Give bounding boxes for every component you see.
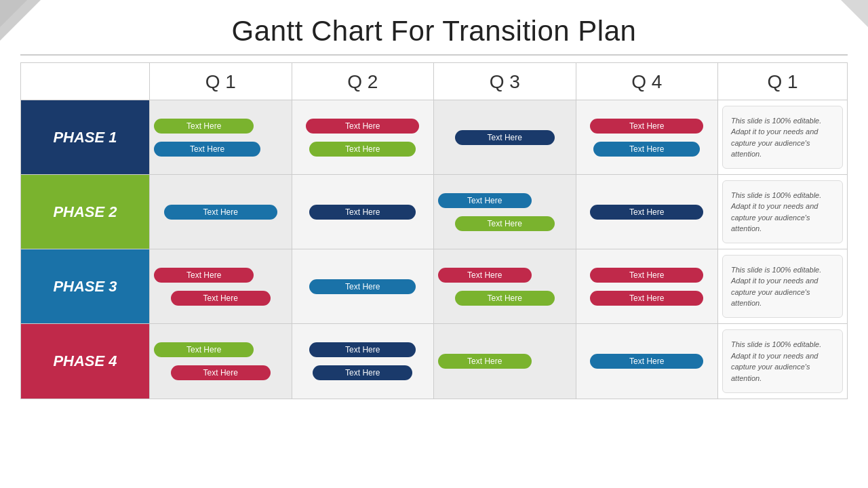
- header-q1-next: Q 1: [718, 63, 847, 100]
- bar-3-q2-0: Text Here: [309, 279, 416, 294]
- bar-4-q1-1: Text Here: [171, 365, 271, 380]
- bar-4-q4-0: Text Here: [590, 354, 703, 369]
- title-divider: [20, 54, 848, 56]
- svg-marker-2: [841, 0, 868, 27]
- phase-row-3: PHASE 3Text HereText HereText HereText H…: [21, 249, 847, 324]
- bar-2-q3-1: Text Here: [455, 216, 555, 231]
- phase-row-2: PHASE 2Text HereText HereText HereText H…: [21, 175, 847, 249]
- phase-label-3: PHASE 3: [21, 249, 150, 323]
- phases-container: PHASE 1Text HereText HereText HereText H…: [21, 100, 847, 399]
- phase-3-q2: Text Here: [292, 249, 435, 323]
- gantt-chart: Q 1 Q 2 Q 3 Q 4 Q 1 PHASE 1Text HereText…: [20, 62, 848, 399]
- bar-1-q3-0: Text Here: [455, 130, 555, 145]
- bar-1-q2-0: Text Here: [306, 119, 419, 134]
- bar-3-q1-1: Text Here: [171, 291, 271, 306]
- corner-decoration-tl: [0, 0, 41, 41]
- phase-1-q3: Text Here: [434, 100, 576, 174]
- phase-2-q1: Text Here: [150, 175, 292, 249]
- bar-1-q1-0: Text Here: [154, 119, 254, 134]
- bar-1-q4-1: Text Here: [593, 142, 700, 157]
- phase-2-q4: Text Here: [576, 175, 719, 249]
- bar-4-q2-0: Text Here: [309, 342, 416, 357]
- bar-1-q4-0: Text Here: [590, 119, 703, 134]
- bar-2-q4-0: Text Here: [590, 205, 703, 220]
- phase-label-4: PHASE 4: [21, 324, 150, 399]
- phase-2-q2: Text Here: [292, 175, 435, 249]
- bar-2-q1-0: Text Here: [164, 205, 277, 220]
- header-q2: Q 2: [292, 63, 435, 100]
- header-q3: Q 3: [434, 63, 576, 100]
- phase-4-q4: Text Here: [576, 324, 719, 399]
- bar-3-q4-1: Text Here: [590, 291, 703, 306]
- bar-4-q3-0: Text Here: [438, 354, 532, 369]
- slide-title: Gantt Chart For Transition Plan: [0, 0, 868, 54]
- phase-2-q3: Text HereText Here: [434, 175, 576, 249]
- bar-3-q3-1: Text Here: [455, 291, 555, 306]
- bar-2-q2-0: Text Here: [309, 205, 416, 220]
- note-4: This slide is 100% editable. Adapt it to…: [722, 329, 843, 393]
- bar-2-q3-0: Text Here: [438, 193, 532, 208]
- bar-3-q4-0: Text Here: [590, 268, 703, 283]
- phase-1-q2: Text HereText Here: [292, 100, 435, 174]
- note-3: This slide is 100% editable. Adapt it to…: [722, 255, 843, 318]
- bar-4-q1-0: Text Here: [154, 342, 254, 357]
- note-2: This slide is 100% editable. Adapt it to…: [722, 180, 843, 243]
- phase-3-q4: Text HereText Here: [576, 249, 719, 323]
- bar-4-q2-1: Text Here: [313, 365, 412, 380]
- slide: Gantt Chart For Transition Plan Q 1 Q 2 …: [0, 0, 868, 488]
- bar-3-q1-0: Text Here: [154, 268, 254, 283]
- phase-row-4: PHASE 4Text HereText HereText HereText H…: [21, 324, 847, 399]
- note-1: This slide is 100% editable. Adapt it to…: [722, 106, 843, 169]
- phase-3-q3: Text HereText Here: [434, 249, 576, 323]
- header-q1: Q 1: [150, 63, 292, 100]
- header-row: Q 1 Q 2 Q 3 Q 4 Q 1: [21, 63, 847, 100]
- phase-label-1: PHASE 1: [21, 100, 150, 174]
- phase-1-q1: Text HereText Here: [150, 100, 292, 174]
- bar-1-q2-1: Text Here: [309, 142, 416, 157]
- header-empty: [21, 63, 150, 100]
- phase-4-q3: Text Here: [434, 324, 576, 399]
- corner-decoration-tr: [841, 0, 868, 27]
- phase-4-q2: Text HereText Here: [292, 324, 435, 399]
- phase-label-2: PHASE 2: [21, 175, 150, 249]
- phase-4-q1: Text HereText Here: [150, 324, 292, 399]
- phase-1-q4: Text HereText Here: [576, 100, 719, 174]
- phase-3-q1: Text HereText Here: [150, 249, 292, 323]
- bar-1-q1-1: Text Here: [154, 142, 260, 157]
- header-q4: Q 4: [576, 63, 719, 100]
- bar-3-q3-0: Text Here: [438, 268, 532, 283]
- phase-row-1: PHASE 1Text HereText HereText HereText H…: [21, 100, 847, 175]
